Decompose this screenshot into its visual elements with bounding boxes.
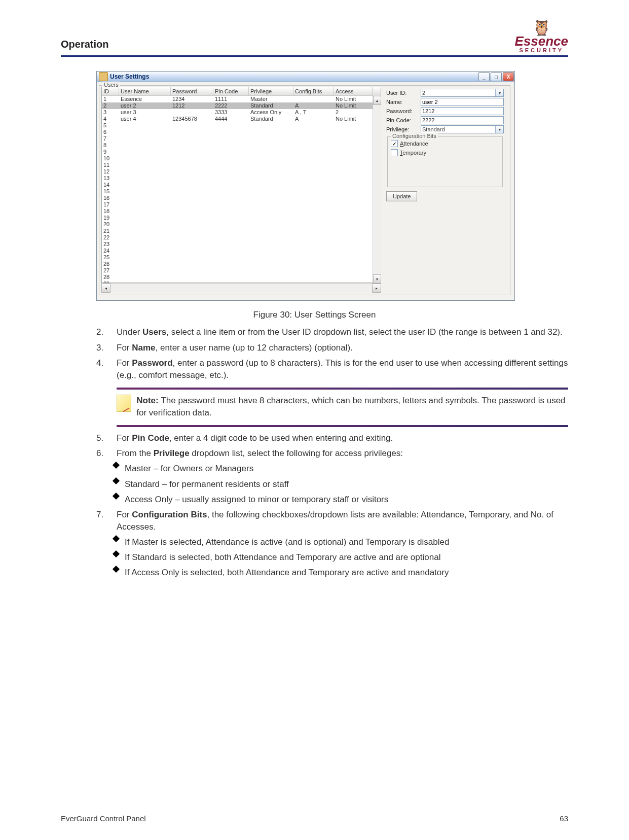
attendance-checkbox-row[interactable]: ✓ Attendance bbox=[391, 140, 499, 147]
bullet-item: If Access Only is selected, both Attenda… bbox=[114, 567, 568, 579]
col-password[interactable]: Password bbox=[171, 87, 213, 96]
note-divider bbox=[117, 388, 568, 390]
scroll-up-button[interactable]: ▴ bbox=[373, 96, 381, 105]
update-button[interactable]: Update bbox=[386, 191, 417, 201]
table-row[interactable]: 22 bbox=[102, 234, 381, 241]
temporary-checkbox[interactable] bbox=[391, 149, 398, 156]
diamond-icon bbox=[113, 566, 120, 573]
diamond-icon bbox=[113, 462, 120, 469]
bullet-item: If Standard is selected, both Attendance… bbox=[114, 551, 568, 564]
config-bits-label: Configuration Bits bbox=[391, 133, 438, 139]
table-row[interactable]: 26 bbox=[102, 261, 381, 267]
col-id[interactable]: ID bbox=[102, 87, 119, 96]
table-row[interactable]: 27 bbox=[102, 267, 381, 274]
brand-logo: 🦉 Essence SECURITY bbox=[514, 20, 568, 53]
pincode-input[interactable] bbox=[421, 116, 504, 124]
table-row[interactable]: 28 bbox=[102, 274, 381, 281]
table-row[interactable]: 17 bbox=[102, 201, 381, 208]
col-access[interactable]: Access bbox=[334, 87, 373, 96]
header-divider bbox=[61, 55, 568, 57]
note-text: The password must have 8 characters, whi… bbox=[136, 396, 565, 417]
dialog-title: User Settings bbox=[110, 73, 149, 80]
attendance-label: Attendance bbox=[400, 141, 428, 147]
user-settings-dialog: User Settings _ □ X Users ID User Name P… bbox=[96, 71, 515, 301]
dropdown-icon[interactable]: ▾ bbox=[495, 89, 503, 96]
userid-label: User ID: bbox=[386, 90, 421, 96]
temporary-checkbox-row[interactable]: Temporary bbox=[391, 149, 499, 156]
step-number: 2. bbox=[96, 326, 117, 338]
table-row[interactable]: 29 bbox=[102, 281, 381, 283]
table-row[interactable]: 15 bbox=[102, 188, 381, 195]
table-row[interactable]: 5 bbox=[102, 122, 381, 129]
scroll-right-button[interactable]: ▸ bbox=[372, 284, 381, 293]
users-group: Users ID User Name Password Pin Code Pri… bbox=[99, 85, 510, 295]
diamond-icon bbox=[113, 477, 120, 484]
table-row[interactable]: 23 bbox=[102, 241, 381, 248]
note-icon bbox=[117, 395, 131, 412]
users-table[interactable]: ID User Name Password Pin Code Privilege… bbox=[101, 87, 381, 283]
step-6: 6. From the Privilege dropdown list, sel… bbox=[96, 447, 568, 460]
table-row[interactable]: 4user 4123456784444StandardANo Limit bbox=[102, 116, 381, 122]
document-body: 2. Under Users, select a line item or fr… bbox=[96, 326, 568, 579]
step-7: 7. For Configuration Bits, the following… bbox=[96, 509, 568, 533]
userid-dropdown[interactable]: 2 ▾ bbox=[421, 89, 504, 97]
table-row[interactable]: 24 bbox=[102, 248, 381, 254]
bullet-item: Access Only – usually assigned to minor … bbox=[114, 494, 568, 506]
dialog-titlebar: User Settings _ □ X bbox=[97, 72, 514, 82]
bullet-item: Standard – for permanent residents or st… bbox=[114, 478, 568, 491]
footer-left: EverGuard Control Panel bbox=[61, 814, 146, 823]
table-row[interactable]: 1Essence12341111MasterNo Limit bbox=[102, 96, 381, 102]
attendance-checkbox[interactable]: ✓ bbox=[391, 140, 398, 147]
table-row[interactable]: 19 bbox=[102, 215, 381, 221]
step-3: 3. For Name, enter a user name (up to 12… bbox=[96, 342, 568, 354]
vertical-scrollbar[interactable]: ▴ ▾ bbox=[373, 96, 381, 284]
note-block: Note: The password must have 8 character… bbox=[117, 395, 568, 419]
note-divider bbox=[117, 425, 568, 427]
horizontal-scrollbar[interactable]: ◂ ▸ bbox=[101, 283, 381, 292]
page-number: 63 bbox=[560, 814, 568, 823]
col-username[interactable]: User Name bbox=[119, 87, 171, 96]
table-row[interactable]: 9 bbox=[102, 149, 381, 155]
temporary-label: Temporary bbox=[400, 150, 426, 156]
figure-caption: Figure 30: User Settings Screen bbox=[61, 310, 568, 320]
diamond-icon bbox=[113, 493, 120, 500]
brand-name: Essence bbox=[514, 36, 568, 47]
maximize-button[interactable]: □ bbox=[491, 72, 502, 81]
table-row[interactable]: 12 bbox=[102, 168, 381, 175]
table-row[interactable]: 18 bbox=[102, 208, 381, 215]
password-input[interactable] bbox=[421, 107, 504, 115]
table-row[interactable]: 2user 212122222StandardANo Limit bbox=[102, 102, 381, 109]
table-row[interactable]: 13 bbox=[102, 175, 381, 182]
privilege-dropdown[interactable]: Standard ▾ bbox=[421, 125, 504, 133]
brand-subtitle: SECURITY bbox=[519, 47, 564, 53]
name-input[interactable] bbox=[421, 98, 504, 106]
scroll-down-button[interactable]: ▾ bbox=[373, 274, 381, 284]
table-row[interactable]: 11 bbox=[102, 162, 381, 168]
dialog-icon bbox=[99, 72, 108, 81]
userid-value: 2 bbox=[422, 90, 425, 96]
table-row[interactable]: 10 bbox=[102, 155, 381, 162]
minimize-button[interactable]: _ bbox=[478, 72, 490, 81]
table-row[interactable]: 21 bbox=[102, 228, 381, 234]
table-row[interactable]: 3user 33333Access OnlyA , T2 bbox=[102, 109, 381, 116]
close-button[interactable]: X bbox=[503, 72, 514, 81]
table-row[interactable]: 7 bbox=[102, 135, 381, 142]
config-bits-group: Configuration Bits ✓ Attendance Temporar… bbox=[387, 136, 503, 187]
col-pincode[interactable]: Pin Code bbox=[213, 87, 249, 96]
table-row[interactable]: 14 bbox=[102, 182, 381, 188]
table-row[interactable]: 6 bbox=[102, 129, 381, 135]
page-footer: EverGuard Control Panel 63 bbox=[61, 814, 568, 823]
table-row[interactable]: 20 bbox=[102, 221, 381, 228]
password-label: Password: bbox=[386, 108, 421, 114]
col-privilege[interactable]: Privilege bbox=[249, 87, 293, 96]
table-row[interactable]: 16 bbox=[102, 195, 381, 201]
step-2: 2. Under Users, select a line item or fr… bbox=[96, 326, 568, 338]
col-configbits[interactable]: Config Bits bbox=[293, 87, 334, 96]
step-5: 5. For Pin Code, enter a 4 digit code to… bbox=[96, 432, 568, 444]
dropdown-icon[interactable]: ▾ bbox=[495, 126, 503, 133]
table-row[interactable]: 8 bbox=[102, 142, 381, 149]
scroll-left-button[interactable]: ◂ bbox=[101, 284, 110, 293]
table-row[interactable]: 25 bbox=[102, 254, 381, 261]
scrollbar-track[interactable] bbox=[110, 284, 372, 292]
table-header: ID User Name Password Pin Code Privilege… bbox=[102, 87, 381, 96]
